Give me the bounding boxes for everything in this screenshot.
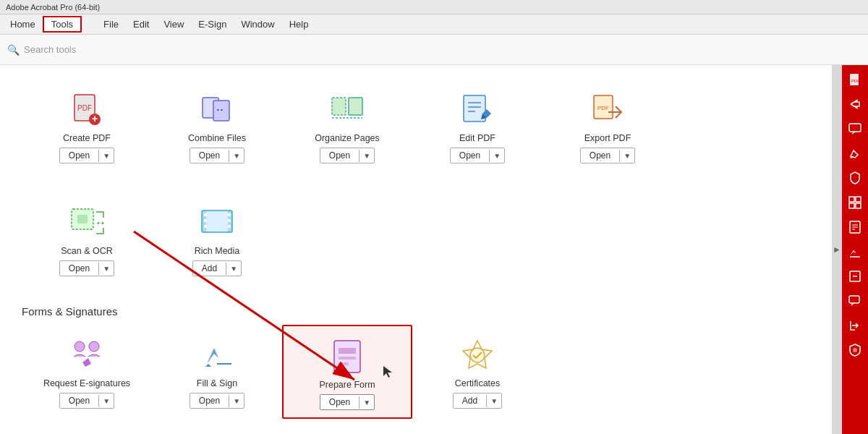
- svg-rect-22: [204, 213, 207, 216]
- fill-sign-open-btn[interactable]: Open: [190, 393, 229, 408]
- combine-files-dropdown-btn[interactable]: ▼: [229, 150, 244, 162]
- export-pdf-btn-group[interactable]: Open ▼: [580, 148, 635, 163]
- sidebar-form-icon[interactable]: [843, 216, 867, 239]
- fill-sign-btn-group[interactable]: Open ▼: [190, 393, 244, 409]
- right-sidebar: PDF: [842, 65, 868, 434]
- prepare-form-btn-group[interactable]: Open ▼: [320, 394, 375, 410]
- create-pdf-icon: PDF +: [68, 91, 106, 129]
- svg-point-28: [75, 341, 85, 352]
- tool-combine-files: Combine Files Open ▼: [152, 80, 282, 171]
- create-pdf-open-btn[interactable]: Open: [60, 148, 98, 163]
- menu-file[interactable]: File: [96, 17, 126, 31]
- rich-media-btn-group[interactable]: Add ▼: [192, 260, 242, 276]
- rich-media-dropdown-btn[interactable]: ▼: [226, 263, 241, 275]
- svg-rect-42: [856, 197, 861, 202]
- content-area: PDF + Create PDF Open ▼: [0, 65, 832, 434]
- svg-rect-44: [856, 203, 861, 208]
- edit-pdf-dropdown-btn[interactable]: ▼: [489, 150, 504, 162]
- fill-sign-dropdown-btn[interactable]: ▼: [229, 395, 244, 407]
- request-esignatures-icon: [68, 336, 106, 374]
- sidebar-pdf-icon[interactable]: PDF: [843, 68, 867, 91]
- certificates-btn-group[interactable]: Add ▼: [453, 393, 502, 409]
- tool-scan-ocr: ✦✦ Scan & OCR Open ▼: [22, 192, 152, 284]
- title-text: Adobe Acrobat Pro (64-bit): [6, 3, 100, 12]
- sidebar-chat-icon[interactable]: [843, 289, 867, 312]
- sidebar-export2-icon[interactable]: [843, 314, 867, 337]
- tool-organize-pages: Organize Pages Open ▼: [282, 80, 412, 171]
- tab-home[interactable]: Home: [3, 17, 43, 31]
- organize-pages-dropdown-btn[interactable]: ▼: [359, 150, 374, 162]
- svg-text:+: +: [92, 113, 98, 124]
- menu-help[interactable]: Help: [282, 17, 316, 31]
- tool-request-esignatures: Request E-signatures Open ▼: [22, 325, 152, 419]
- combine-files-open-btn[interactable]: Open: [190, 148, 229, 163]
- tools-grid-3: Request E-signatures Open ▼: [22, 325, 810, 419]
- tab-tools[interactable]: Tools: [43, 16, 82, 33]
- export-pdf-icon: PDF: [589, 91, 626, 129]
- export-pdf-label: Export PDF: [584, 133, 631, 143]
- rich-media-label: Rich Media: [195, 246, 240, 256]
- certificates-add-btn[interactable]: Add: [454, 393, 486, 408]
- svg-point-35: [470, 348, 485, 362]
- title-bar: Adobe Acrobat Pro (64-bit): [0, 0, 868, 14]
- sidebar-sign-icon[interactable]: [843, 240, 867, 263]
- organize-pages-icon: [328, 91, 366, 129]
- combine-files-btn-group[interactable]: Open ▼: [190, 148, 244, 163]
- request-esignatures-dropdown-btn[interactable]: ▼: [98, 395, 114, 407]
- menu-view[interactable]: View: [156, 17, 191, 31]
- organize-pages-label: Organize Pages: [315, 133, 380, 143]
- svg-rect-23: [204, 219, 207, 222]
- sidebar-shield-icon[interactable]: [843, 339, 867, 362]
- menu-esign[interactable]: E-Sign: [191, 17, 234, 31]
- svg-rect-40: [849, 124, 861, 132]
- sidebar-share-icon[interactable]: [843, 93, 867, 116]
- request-esignatures-btn-group[interactable]: Open ▼: [59, 393, 114, 409]
- edit-pdf-open-btn[interactable]: Open: [451, 148, 489, 163]
- scan-ocr-btn-group[interactable]: Open ▼: [59, 260, 114, 276]
- svg-point-29: [89, 341, 99, 352]
- create-pdf-btn-group[interactable]: Open ▼: [59, 148, 114, 163]
- sidebar-edit-icon[interactable]: [843, 142, 867, 165]
- tool-certificates: Certificates Add ▼: [412, 325, 542, 419]
- svg-rect-26: [228, 219, 231, 222]
- organize-pages-open-btn[interactable]: Open: [320, 148, 359, 163]
- prepare-form-open-btn[interactable]: Open: [320, 395, 359, 409]
- scan-ocr-open-btn[interactable]: Open: [60, 261, 98, 276]
- organize-pages-btn-group[interactable]: Open ▼: [320, 148, 375, 163]
- edit-pdf-label: Edit PDF: [459, 133, 495, 143]
- request-esignatures-open-btn[interactable]: Open: [60, 393, 98, 408]
- certificates-dropdown-btn[interactable]: ▼: [486, 395, 501, 407]
- menu-window[interactable]: Window: [234, 17, 281, 31]
- create-pdf-dropdown-btn[interactable]: ▼: [98, 150, 114, 162]
- sidebar-protect-icon[interactable]: [843, 166, 867, 190]
- scan-ocr-icon: ✦✦: [68, 204, 106, 242]
- sidebar-organize-icon[interactable]: [843, 191, 867, 214]
- search-box[interactable]: 🔍 Search tools: [7, 44, 76, 56]
- scan-ocr-dropdown-btn[interactable]: ▼: [98, 263, 114, 275]
- edit-pdf-btn-group[interactable]: Open ▼: [450, 148, 505, 163]
- svg-rect-6: [332, 98, 346, 115]
- certificates-label: Certificates: [455, 378, 501, 388]
- prepare-form-dropdown-btn[interactable]: ▼: [359, 396, 374, 409]
- svg-rect-24: [204, 225, 207, 228]
- main-layout: PDF + Create PDF Open ▼: [0, 65, 868, 434]
- forms-signatures-heading: Forms & Signatures: [22, 305, 810, 318]
- sidebar-comment-icon[interactable]: [843, 117, 867, 140]
- prepare-form-label: Prepare Form: [319, 380, 375, 390]
- tools-grid-1: PDF + Create PDF Open ▼: [22, 80, 810, 171]
- svg-rect-25: [228, 213, 231, 216]
- prepare-form-icon: [328, 338, 366, 375]
- sidebar-compress-icon[interactable]: [843, 265, 867, 288]
- certificates-icon: [459, 336, 496, 374]
- fill-sign-icon: [198, 336, 236, 374]
- rich-media-add-btn[interactable]: Add: [193, 261, 226, 276]
- tools-grid-2: ✦✦ Scan & OCR Open ▼: [22, 192, 810, 284]
- menu-edit[interactable]: Edit: [126, 17, 156, 31]
- tool-fill-sign: Fill & Sign Open ▼: [152, 325, 282, 419]
- svg-rect-7: [349, 98, 362, 115]
- sidebar-collapse-handle[interactable]: ►: [832, 65, 842, 434]
- combine-files-icon: [198, 91, 236, 129]
- export-pdf-dropdown-btn[interactable]: ▼: [619, 150, 634, 162]
- export-pdf-open-btn[interactable]: Open: [581, 148, 619, 163]
- search-placeholder: Search tools: [24, 44, 76, 55]
